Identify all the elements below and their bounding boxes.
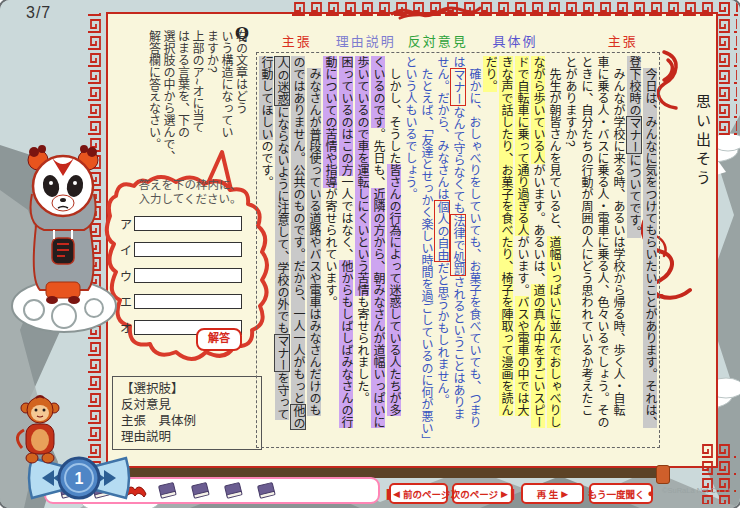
passage-segment: たとえば、「友達とせっかく楽しい時間を過ごしているのに何が悪い」	[419, 68, 433, 446]
prev-page-icon: ▌◀	[387, 489, 400, 499]
passage-segment: は	[451, 56, 465, 68]
passage-column: 登下校時のマナーについてです。	[626, 56, 642, 444]
play-button[interactable]: 再 生 ▶	[521, 483, 584, 504]
answer-input-a[interactable]	[134, 216, 242, 231]
passage-segment: 先生が朝皆さんを見ていると、	[547, 68, 561, 236]
app-window: 3/7 思い出そう Q 右の文章はどう いう構造になってい ますか? 上部のア~…	[0, 0, 740, 508]
answer-field-label-a: ア	[120, 215, 134, 232]
play-label: 再 生	[537, 487, 559, 501]
panda-mascot	[6, 130, 118, 338]
passage-segment: がいます。	[515, 236, 529, 296]
passage-segment: 近隣の方から、朝みなさんが道幅いっぱいに	[371, 188, 385, 428]
passage-segment: 歩いているので車を運転しにくいという苦情	[355, 56, 369, 296]
structure-label-2: 理由説明	[336, 31, 396, 50]
passage-segment: がいます。あるいは、	[531, 164, 545, 284]
passage-segment: バスや電車の中では大	[515, 296, 529, 416]
monkey-mascot	[12, 394, 68, 468]
passage-column: 人の迷惑にならないように注意して、学校の外でもマナーを守って	[274, 56, 290, 444]
passage-segment: のではありません。公共のものです。だから、一人一人がもっと	[291, 56, 305, 404]
answer-field-label-i: イ	[120, 241, 134, 258]
passage-segment: を守って	[275, 372, 289, 420]
passage-column: 困っているのはこの方一人ではなく、他からもしばしばみなさんの行	[338, 56, 354, 444]
passage-segment: されるということはありま	[451, 276, 465, 420]
passage-segment: しかし、そうした	[387, 68, 401, 164]
structure-label-5: 主張	[608, 31, 638, 50]
passage-segment: 確かに、おしゃべりをしていても、お菓子を食べていても、つまり	[467, 68, 481, 428]
answer-input-e[interactable]	[134, 294, 242, 309]
answer-field-row: ウ	[120, 267, 260, 284]
passage-segment: という人もいるでしょう。	[403, 56, 417, 200]
passage-segment: きな声で話したり、お菓子を食べたり、椅子を陣取って漫画を読ん	[499, 56, 513, 416]
submit-answer-button[interactable]: 解答	[196, 328, 242, 351]
passage-segment: 他からもしばしばみなさんの行	[339, 260, 353, 428]
passage-segment: のです。	[259, 140, 273, 188]
passage-segment: 一人ではなく、	[339, 176, 353, 260]
choice-row-1: 反対意見	[121, 397, 253, 413]
passage-segment: ドで自転車に乗って通り過ぎる人	[515, 56, 529, 236]
next-page-button[interactable]: 次のページ ▶▐	[452, 483, 513, 504]
passage-segment: せん。だから、みなさんは	[435, 56, 449, 200]
passage-column: ドで自転車に乗って通り過ぎる人がいます。バスや電車の中では大	[514, 56, 530, 444]
book-page-icon[interactable]	[155, 481, 181, 501]
passage-column: くいるのです。先日も、近隣の方から、朝みなさんが道幅いっぱいに	[370, 56, 386, 444]
choices-box: 【選択肢】 反対意見主張 具体例理由説明	[112, 376, 262, 450]
passage-segment: 人の迷惑	[274, 56, 290, 106]
passage-column: 車に乗る人・バスに乗る人・電車に乗る人、色々いるでしょう。その	[594, 56, 610, 444]
structure-label-1: 主張	[282, 31, 312, 50]
prev-page-label: 前のページ	[403, 487, 450, 501]
passage-segment: とがありますか?	[563, 56, 577, 147]
answer-field-label-e: エ	[120, 293, 134, 310]
structure-labels: 主張理由説明反対意見具体例主張	[256, 33, 660, 50]
passage-column: だり。	[482, 56, 498, 444]
book-page-icon[interactable]	[188, 481, 214, 501]
passage-column: みんなが学校に来る時、あるいは学校から帰る時、歩く人・自転	[610, 56, 626, 456]
passage-column: きな声で話したり、お菓子を食べたり、椅子を陣取って漫画を読ん	[498, 56, 514, 444]
next-page-icon: ▶▐	[501, 489, 514, 499]
lesson-title: 思い出そう	[692, 94, 713, 189]
answer-input-u[interactable]	[134, 268, 242, 283]
passage-segment: くいるのです	[371, 56, 385, 128]
replay-audio-button[interactable]: もう一度聞く ●	[589, 483, 653, 504]
passage-segment: 。先日も、	[371, 128, 385, 188]
replay-label: もう一度聞く	[588, 487, 645, 501]
answer-field-row: エ	[120, 293, 260, 310]
passage-segment: みなさんが普段使っている道路やバスや電車はみなさんだけのも	[307, 68, 321, 416]
passage-segment: 道の真ん中をすごいスピー	[531, 284, 545, 428]
passage-segment: ときに、自分たちの行動が周囲の人にどう思われているか考えたこ	[579, 56, 593, 416]
prev-page-button[interactable]: ▌◀ 前のページ	[389, 483, 448, 504]
passage-column: 今日は、みんなに気をつけてもらいたいことがあります。それは、	[642, 56, 658, 456]
passage-segment: 動についての苦情や指導	[323, 56, 337, 188]
answer-instruction: 答えを下の枠内に、 入力してください。	[120, 178, 260, 206]
passage-column: みなさんが普段使っている道路やバスや電車はみなさんだけのも	[306, 56, 322, 456]
answer-field-label-u: ウ	[120, 267, 134, 284]
passage-segment: なんて守らなくても	[451, 106, 465, 214]
passage-segment: 車に乗る人・バスに乗る人・電車に乗る人、色々いるでしょう。その	[595, 56, 609, 428]
passage-segment: マナー	[626, 116, 642, 154]
step-number: 1	[75, 470, 84, 487]
next-page-label: 次のページ	[451, 487, 498, 501]
answer-field-label-o: オ	[120, 319, 134, 336]
passage-column: しかし、そうした皆さんの行為によって迷惑している人たちが多	[386, 56, 402, 456]
passage-column: 動についての苦情や指導が寄せられています。	[322, 56, 338, 444]
passage-segment: 他の	[290, 404, 306, 430]
scroll-rod-handle	[656, 465, 670, 484]
passage-segment: についてです。	[627, 154, 641, 238]
book-page-icon[interactable]	[254, 481, 280, 501]
answer-form: 答えを下の枠内に、 入力してください。 アイウエオ	[120, 178, 260, 336]
passage-column: のではありません。公共のものです。だから、一人一人がもっと他の	[290, 56, 306, 444]
answer-input-i[interactable]	[134, 242, 242, 257]
passage-segment: 登下校時の	[627, 56, 641, 116]
passage-segment: 行動してほしい	[259, 56, 273, 140]
choices-header: 【選択肢】	[121, 381, 253, 397]
record-dot-icon: ●	[648, 489, 655, 498]
play-icon: ▶	[561, 489, 568, 499]
passage-segment: だと思うかもしれません。	[435, 262, 449, 406]
page-indicator: 3/7	[26, 4, 51, 22]
passage-column: たとえば、「友達とせっかく楽しい時間を過ごしているのに何が悪い」	[418, 56, 434, 456]
passage-column: ときに、自分たちの行動が周囲の人にどう思われているか考えたこ	[578, 56, 594, 444]
structure-label-3: 反対意見	[408, 31, 468, 50]
book-page-icon[interactable]	[221, 481, 247, 501]
passage-segment: マナー	[274, 334, 290, 372]
passage-column: 歩いているので車を運転しにくいという苦情も寄せられました。	[354, 56, 370, 444]
answer-fields: アイウエオ	[120, 215, 260, 336]
